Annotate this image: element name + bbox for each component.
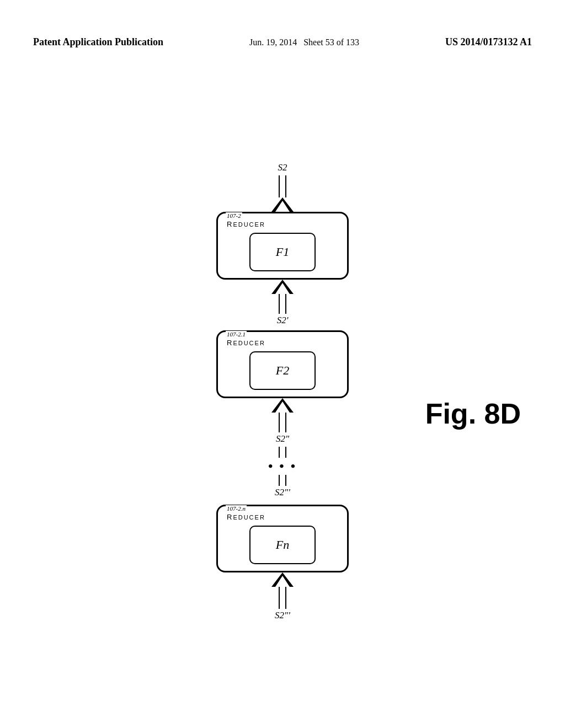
arrow-s2prime-up bbox=[271, 280, 294, 314]
box-id-2: 107-2.1 bbox=[226, 331, 247, 338]
box-id-1: 107-2 bbox=[226, 212, 242, 219]
reducer-label-1: REDUCER bbox=[225, 220, 340, 228]
signal-s2prime-label: S2' bbox=[277, 315, 289, 326]
diagram-area: Fig. 8D S2 bbox=[0, 99, 565, 728]
publication-info: Jun. 19, 2014 Sheet 53 of 133 bbox=[249, 35, 359, 50]
box-id-n: 107-2.n bbox=[226, 505, 247, 512]
reducer-box-n: 107-2.n REDUCER Fn bbox=[216, 505, 349, 572]
reducer-label-n: REDUCER bbox=[225, 513, 340, 521]
patent-number: US 2014/0173132 A1 bbox=[445, 35, 532, 49]
fn-label-1: F1 bbox=[276, 245, 289, 259]
reducer-block-n: 107-2.n REDUCER Fn S2"' bbox=[216, 505, 349, 621]
signal-s2triple-out-label: S2"' bbox=[275, 610, 290, 621]
arrow-s2double-up bbox=[271, 398, 294, 432]
reducer-block-1: S2 107-2 REDUCER F1 bbox=[216, 162, 349, 326]
fn-label-n: Fn bbox=[276, 538, 289, 552]
arrow-s2-up bbox=[271, 175, 294, 212]
page-header: Patent Application Publication Jun. 19, … bbox=[0, 35, 565, 50]
signal-s2-label: S2 bbox=[278, 162, 287, 173]
signal-s2double-label: S2" bbox=[276, 433, 289, 445]
reducer-chain: S2 107-2 REDUCER F1 bbox=[216, 162, 349, 621]
publication-label: Patent Application Publication bbox=[33, 35, 163, 49]
fn-label-2: F2 bbox=[276, 363, 289, 378]
reducer-box-1: 107-2 REDUCER F1 bbox=[216, 212, 349, 280]
continuation-dots: • • • S2"' bbox=[268, 447, 297, 498]
fn-box-2: F2 bbox=[249, 351, 316, 390]
signal-s2triple-label: S2"' bbox=[275, 487, 290, 498]
arrow-s2triple-out bbox=[271, 572, 294, 609]
figure-label: Fig. 8D bbox=[425, 397, 521, 430]
fn-box-1: F1 bbox=[249, 233, 316, 271]
fn-box-n: Fn bbox=[249, 526, 316, 564]
reducer-block-2: 107-2.1 REDUCER F2 S2" bbox=[216, 330, 349, 445]
reducer-label-2: REDUCER bbox=[225, 339, 340, 347]
reducer-box-2: 107-2.1 REDUCER F2 bbox=[216, 330, 349, 398]
